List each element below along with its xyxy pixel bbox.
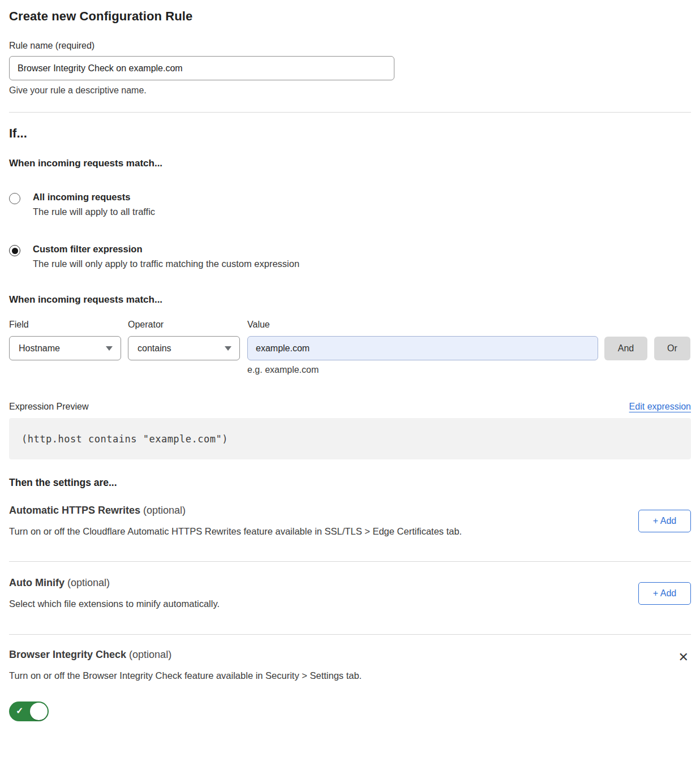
expression-code: (http.host contains "example.com"): [22, 433, 228, 445]
rule-name-input[interactable]: [9, 56, 394, 80]
setting-description: Select which file extensions to minify a…: [9, 599, 220, 609]
section-divider: [9, 634, 691, 635]
setting-optional-label: (optional): [143, 505, 186, 516]
value-helper-text: e.g. example.com: [247, 365, 691, 375]
and-button[interactable]: And: [604, 337, 647, 360]
setting-title: Browser Integrity Check (optional): [9, 649, 362, 661]
check-icon: ✓: [16, 705, 23, 716]
operator-select-value: contains: [138, 343, 171, 354]
builder-column-labels: Field Operator Value: [9, 320, 691, 330]
radio-custom-filter-icon[interactable]: [9, 245, 20, 256]
or-button[interactable]: Or: [654, 337, 690, 360]
radio-custom-filter-label: Custom filter expression: [33, 244, 299, 255]
close-icon[interactable]: ✕: [676, 650, 691, 665]
toggle-knob: [30, 703, 48, 720]
settings-heading: Then the settings are...: [9, 477, 691, 489]
radio-custom-filter-description: The rule will only apply to traffic matc…: [33, 259, 299, 269]
setting-optional-label: (optional): [129, 649, 171, 660]
expression-preview-label: Expression Preview: [9, 402, 89, 412]
edit-expression-link[interactable]: Edit expression: [629, 402, 691, 412]
match-heading: When incoming requests match...: [9, 158, 691, 169]
radio-option-custom-filter[interactable]: Custom filter expression The rule will o…: [9, 244, 691, 269]
setting-browser-integrity-check: Browser Integrity Check (optional) Turn …: [9, 649, 691, 681]
setting-title: Automatic HTTPS Rewrites (optional): [9, 505, 462, 517]
section-divider: [9, 561, 691, 562]
radio-option-all-requests[interactable]: All incoming requests The rule will appl…: [9, 192, 691, 217]
expression-preview-box: (http.host contains "example.com"): [9, 418, 691, 459]
if-heading: If...: [9, 126, 691, 141]
field-select[interactable]: Hostname: [9, 336, 121, 360]
setting-auto-minify: Auto Minify (optional) Select which file…: [9, 577, 691, 609]
add-auto-minify-button[interactable]: + Add: [638, 582, 691, 605]
setting-optional-label: (optional): [67, 577, 110, 588]
value-column-label: Value: [247, 320, 691, 330]
page-title: Create new Configuration Rule: [9, 9, 691, 24]
field-column-label: Field: [9, 320, 128, 330]
operator-select[interactable]: contains: [128, 336, 240, 360]
field-select-value: Hostname: [19, 343, 60, 354]
expression-preview-header: Expression Preview Edit expression: [9, 402, 691, 412]
setting-description: Turn on or off the Cloudflare Automatic …: [9, 526, 462, 537]
create-configuration-rule-page: Create new Configuration Rule Rule name …: [0, 0, 700, 779]
expression-builder-row: Hostname contains And Or: [9, 336, 691, 360]
rule-name-helper: Give your rule a descriptive name.: [9, 85, 691, 96]
radio-all-requests-description: The rule will apply to all traffic: [33, 206, 155, 217]
chevron-down-icon: [106, 346, 113, 351]
chevron-down-icon: [225, 346, 231, 351]
section-divider: [9, 112, 691, 113]
radio-all-requests-label: All incoming requests: [33, 192, 155, 203]
setting-automatic-https-rewrites: Automatic HTTPS Rewrites (optional) Turn…: [9, 505, 691, 537]
setting-title: Auto Minify (optional): [9, 577, 220, 589]
rule-name-label: Rule name (required): [9, 41, 691, 51]
browser-integrity-check-toggle[interactable]: ✓: [9, 701, 49, 721]
setting-description: Turn on or off the Browser Integrity Che…: [9, 670, 362, 681]
builder-heading: When incoming requests match...: [9, 294, 691, 305]
value-input[interactable]: [247, 336, 598, 360]
add-automatic-https-rewrites-button[interactable]: + Add: [638, 510, 691, 532]
radio-all-requests-icon[interactable]: [9, 193, 20, 204]
operator-column-label: Operator: [128, 320, 247, 330]
